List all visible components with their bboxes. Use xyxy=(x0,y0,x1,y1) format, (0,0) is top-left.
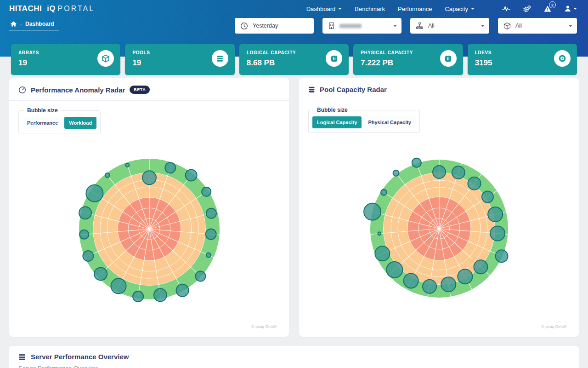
filter-bar: Yesterday A xyxy=(235,18,577,34)
user-menu-icon[interactable] xyxy=(564,5,577,12)
stat-card-logical-capacity[interactable]: LOGICAL CAPACITY 8.68 PB xyxy=(239,44,349,75)
toggle-performance[interactable]: Performance xyxy=(23,117,62,129)
toggle-logical-capacity[interactable]: Logical Capacity xyxy=(312,116,362,128)
home-icon xyxy=(10,21,17,27)
panel-title: Server Performance Overview xyxy=(31,353,129,361)
select-caret-icon xyxy=(481,25,485,27)
chevron-down-icon xyxy=(338,8,342,10)
alerts-warning-icon[interactable]: 2 xyxy=(543,5,552,12)
stat-card-ldevs[interactable]: LDEVS 3195 xyxy=(468,44,577,75)
breadcrumb[interactable]: - Dashboard xyxy=(9,21,59,31)
iq-wordmark: iQ xyxy=(47,5,56,12)
hitachi-wordmark: HITACHI xyxy=(9,4,42,13)
performance-anomaly-radar-panel: Performance Anomaly Radar BETA Bubble si… xyxy=(9,78,289,337)
bubble-size-label: Bubble size xyxy=(314,107,351,113)
resource-select[interactable]: All xyxy=(498,18,577,34)
group-value: All xyxy=(428,23,435,29)
time-range-value: Yesterday xyxy=(253,23,278,29)
performance-anomaly-radar-chart[interactable] xyxy=(18,146,280,312)
toggle-workload[interactable]: Workload xyxy=(64,117,96,129)
server-performance-overview-panel: Server Performance Overview Server Perfo… xyxy=(9,346,579,368)
main-nav: Dashboard Benchmark Performance Capacity xyxy=(306,5,577,13)
breadcrumb-separator: - xyxy=(20,21,22,27)
database-icon xyxy=(308,86,315,93)
gauge-icon xyxy=(18,86,26,94)
capacity-icon xyxy=(440,50,457,67)
time-range-select[interactable]: Yesterday xyxy=(235,18,314,34)
alert-count-badge: 2 xyxy=(549,1,556,8)
activity-pulse-icon[interactable] xyxy=(502,5,510,12)
nav-item-capacity[interactable]: Capacity xyxy=(445,6,475,12)
bubble-size-control: Bubble size Performance Workload xyxy=(18,107,101,133)
bubble-size-control: Bubble size Logical Capacity Physical Ca… xyxy=(308,107,420,133)
group-select[interactable]: All xyxy=(410,18,489,34)
resource-value: All xyxy=(515,23,522,29)
pools-database-icon xyxy=(212,50,228,67)
select-caret-icon xyxy=(569,25,572,27)
beta-badge: BETA xyxy=(130,86,150,94)
list-icon xyxy=(18,353,26,360)
toggle-physical-capacity[interactable]: Physical Capacity xyxy=(363,116,416,128)
disc-icon xyxy=(554,50,571,67)
chevron-down-icon xyxy=(471,8,475,10)
select-caret-icon xyxy=(393,25,397,27)
organization-value-redacted xyxy=(339,24,362,28)
stat-card-pools[interactable]: POOLS 19 xyxy=(125,44,234,75)
stat-card-physical-capacity[interactable]: PHYSICAL CAPACITY 7.222 PB xyxy=(353,44,463,75)
nav-item-dashboard[interactable]: Dashboard xyxy=(306,6,342,12)
organization-select[interactable] xyxy=(322,18,401,34)
building-icon xyxy=(328,22,335,29)
watermark: © peaq GmbH xyxy=(252,324,277,329)
watermark: © peaq GmbH xyxy=(542,324,566,329)
clock-icon xyxy=(240,22,248,30)
settings-cogs-icon[interactable] xyxy=(523,5,531,13)
pool-capacity-radar-chart[interactable] xyxy=(308,145,570,312)
portal-wordmark: PORTAL xyxy=(58,5,95,12)
sitemap-icon xyxy=(416,22,424,29)
breadcrumb-current: Dashboard xyxy=(25,21,54,27)
nav-item-benchmark[interactable]: Benchmark xyxy=(355,6,385,12)
panel-title: Performance Anomaly Radar xyxy=(31,86,125,94)
bubble-size-label: Bubble size xyxy=(24,107,61,114)
chevron-down-icon xyxy=(573,8,577,10)
panel-title: Pool Capacity Radar xyxy=(320,86,387,93)
hitachi-iq-portal-logo[interactable]: HITACHI iQ PORTAL xyxy=(9,4,95,13)
stat-card-arrays[interactable]: ARRAYS 19 xyxy=(11,44,120,75)
nav-item-performance[interactable]: Performance xyxy=(398,6,432,12)
pool-capacity-radar-panel: Pool Capacity Radar Bubble size Logical … xyxy=(299,78,579,337)
panel-subtitle: Server Performance Overview xyxy=(18,365,570,368)
cube-icon xyxy=(503,22,511,30)
capacity-icon xyxy=(326,50,342,67)
summary-stat-cards: ARRAYS 19 POOLS 19 LOGICAL CAPACITY 8.68… xyxy=(0,44,588,75)
